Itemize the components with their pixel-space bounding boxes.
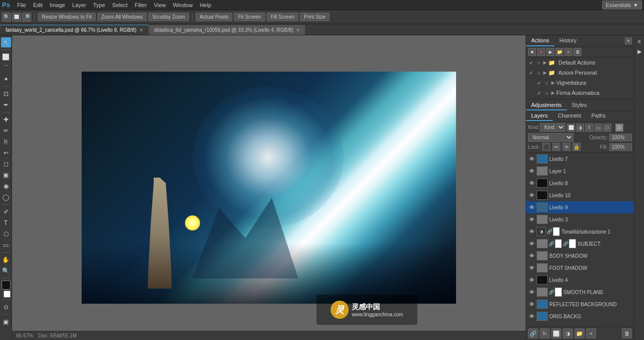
action-expand-2[interactable]: ▶ <box>543 70 547 75</box>
tab-fantasy-close[interactable]: ✕ <box>139 27 143 33</box>
actions-create-set-btn[interactable]: 📁 <box>555 48 563 56</box>
tool-stamp[interactable]: ⎘ <box>1 137 11 147</box>
menu-filter[interactable]: Filter <box>132 1 150 9</box>
menu-type[interactable]: Type <box>90 1 108 9</box>
tab-history[interactable]: History <box>554 35 582 46</box>
layer-row-livello3[interactable]: 👁 Livello 3 <box>526 213 634 225</box>
zoom-in-btn[interactable]: 🔎 <box>22 13 31 22</box>
tool-hand[interactable]: ✋ <box>1 255 11 265</box>
layer-row-livello10[interactable]: 👁 Livello 10 <box>526 189 634 201</box>
layer-vis-bodyshadow[interactable]: 👁 <box>528 252 535 259</box>
actions-play-btn[interactable]: ▶ <box>546 48 554 56</box>
panel-collapse-btn[interactable]: ≡ <box>635 37 643 45</box>
layer-vis-livello10[interactable]: 👁 <box>528 192 535 199</box>
tool-quick-mask[interactable]: ⊙ <box>1 302 11 312</box>
tool-blur[interactable]: ◉ <box>1 181 11 191</box>
tool-marquee[interactable]: ⬜ <box>1 52 11 62</box>
layer-group-btn[interactable]: 📁 <box>574 328 585 338</box>
zoom-out-btn[interactable]: 🔍 <box>2 13 11 22</box>
menu-view[interactable]: View <box>151 1 169 9</box>
tool-text[interactable]: T <box>1 218 11 228</box>
layer-row-bodyshadow[interactable]: 👁 BODY SHADOW <box>526 250 634 262</box>
layer-row-layer1[interactable]: 👁 Layer 1 <box>526 165 634 177</box>
screen-mode[interactable]: ▣ <box>1 317 11 327</box>
tool-path-select[interactable]: ⬡ <box>1 229 11 239</box>
menu-select[interactable]: Select <box>109 1 131 9</box>
actions-delete-btn[interactable]: 🗑 <box>573 48 582 56</box>
filter-pixel-icon[interactable]: ⬜ <box>567 124 575 132</box>
lock-transparent-btn[interactable]: ⬛ <box>542 143 550 151</box>
action-expand-3[interactable]: ▶ <box>551 80 555 85</box>
filter-shape-icon[interactable]: ▭ <box>594 124 602 132</box>
tool-brush[interactable]: ✏ <box>1 126 11 136</box>
layer-vis-livello9[interactable]: 👁 <box>528 204 535 211</box>
layer-delete-btn[interactable]: 🗑 <box>622 328 632 338</box>
menu-file[interactable]: File <box>14 1 29 9</box>
tool-move[interactable]: ↖ <box>1 37 11 47</box>
menu-edit[interactable]: Edit <box>30 1 46 9</box>
menu-image[interactable]: Image <box>47 1 69 9</box>
tool-healing[interactable]: ✚ <box>1 115 11 125</box>
layer-vis-livello3[interactable]: 👁 <box>528 216 535 223</box>
tool-pen[interactable]: ✐ <box>1 207 11 217</box>
tab-didattica-close[interactable]: ✕ <box>296 27 300 33</box>
layer-kind-select[interactable]: Kind <box>540 123 565 132</box>
layer-vis-footshadow[interactable]: 👁 <box>528 264 535 271</box>
fill-input[interactable] <box>609 143 632 151</box>
layer-vis-smoothplane[interactable]: 👁 <box>528 289 535 296</box>
layer-vis-reflected[interactable]: 👁 <box>528 301 535 308</box>
layer-vis-tonalita[interactable]: 👁 <box>528 228 535 235</box>
filter-adjust-icon[interactable]: ◑ <box>576 124 584 132</box>
action-expand-4[interactable]: ▶ <box>551 90 555 95</box>
filter-type-icon[interactable]: T <box>585 124 593 132</box>
layer-row-tonalita[interactable]: 👁 ◑ 🔗 Tonalità/saturazione 1 <box>526 225 634 238</box>
action-default-actions[interactable]: ✓ ■ ▶ 📁 Default Actions <box>526 58 634 68</box>
zoom-reset-btn[interactable]: ⬜ <box>12 13 21 22</box>
actions-new-btn[interactable]: + <box>564 48 572 56</box>
layer-vis-layer1[interactable]: 👁 <box>528 167 535 175</box>
layer-vis-livello7[interactable]: 👁 <box>528 155 535 162</box>
lock-position-btn[interactable]: ✛ <box>562 143 570 151</box>
layer-vis-livello4[interactable]: 👁 <box>528 276 535 284</box>
action-azioni-personal[interactable]: ✓ ■ ▶ 📁 Azioni Personal <box>526 68 634 78</box>
layer-link-btn[interactable]: 🔗 <box>528 328 538 338</box>
action-expand-1[interactable]: ▶ <box>543 60 547 65</box>
tool-zoom[interactable]: 🔍 <box>1 266 11 276</box>
panel-expand-btn[interactable]: ▶ <box>635 47 643 55</box>
resize-windows-btn[interactable]: Resize Windows to Fit <box>38 13 96 21</box>
opacity-input[interactable] <box>609 134 632 141</box>
tab-actions[interactable]: Actions <box>526 35 554 46</box>
layer-row-livello8[interactable]: 👁 Livello 8 <box>526 177 634 189</box>
tool-shape[interactable]: ▭ <box>1 240 11 250</box>
tool-gradient[interactable]: ▣ <box>1 170 11 180</box>
menu-help[interactable]: Help <box>197 1 214 9</box>
tool-magic-wand[interactable]: ✦ <box>1 74 11 84</box>
tab-fantasy[interactable]: fantasy_world_2_cancella.psd @ 66.7% (Li… <box>0 25 149 35</box>
fit-screen-btn[interactable]: Fit Screen <box>234 13 265 21</box>
layer-adj-btn[interactable]: ◑ <box>563 328 573 338</box>
panel-menu-btn[interactable]: ≡ <box>625 37 632 44</box>
menu-window[interactable]: Window <box>170 1 196 9</box>
tool-eyedropper[interactable]: ✒ <box>1 100 11 110</box>
layer-row-origbackg[interactable]: 👁 ORIG BACKG <box>526 310 634 322</box>
tab-layers[interactable]: Layers <box>526 111 553 121</box>
layer-vis-livello8[interactable]: 👁 <box>528 180 535 187</box>
lock-all-btn[interactable]: 🔒 <box>572 143 581 151</box>
layer-row-smoothplane[interactable]: 👁 🔗 SMOOTH PLANE <box>526 286 634 298</box>
print-size-btn[interactable]: Print Size <box>300 13 330 21</box>
tool-dodge[interactable]: ◯ <box>1 192 11 202</box>
filter-toggle-icon[interactable]: ⊙ <box>615 124 623 132</box>
actions-record-btn[interactable]: ● <box>537 48 545 56</box>
layer-mask-btn[interactable]: ⬜ <box>551 328 561 338</box>
essentials-dropdown[interactable]: Essentials ▼ <box>602 1 642 10</box>
background-color[interactable] <box>4 291 11 298</box>
tab-styles[interactable]: Styles <box>567 100 592 110</box>
filter-smart-icon[interactable]: ⬡ <box>603 124 611 132</box>
menu-layer[interactable]: Layer <box>69 1 89 9</box>
lock-image-btn[interactable]: ✏ <box>552 143 560 151</box>
layer-row-subject[interactable]: 👁 🔗 🔗 SUBJECT. <box>526 238 634 250</box>
blend-mode-select[interactable]: Normal <box>528 133 573 142</box>
fill-screen-btn[interactable]: Fill Screen <box>267 13 298 21</box>
tool-history-brush[interactable]: ↩ <box>1 148 11 158</box>
layer-row-livello4[interactable]: 👁 Livello 4 <box>526 274 634 286</box>
